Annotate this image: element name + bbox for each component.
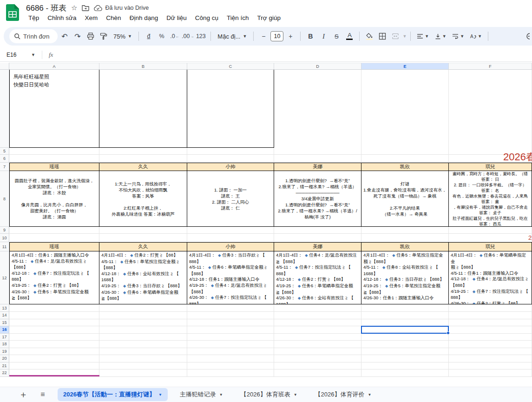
menu-edit[interactable]: Chỉnh sửa: [44, 13, 79, 22]
menu-file[interactable]: Tệp: [25, 13, 42, 22]
cell-D20[interactable]: [274, 355, 361, 362]
cell-C11[interactable]: 小帅: [187, 242, 274, 251]
menu-insert[interactable]: Chèn: [103, 13, 124, 22]
text-rotation-button[interactable]: A ▼: [467, 30, 484, 42]
cell-B18[interactable]: [99, 341, 187, 348]
cell-E21[interactable]: [361, 362, 449, 370]
cell-E13[interactable]: [361, 304, 449, 312]
cell-C18[interactable]: [187, 341, 274, 348]
cell-E6[interactable]: [361, 155, 449, 163]
redo-button[interactable]: ↷: [72, 30, 84, 42]
cell-D10[interactable]: [274, 234, 361, 242]
column-header-b[interactable]: B: [99, 63, 187, 70]
cell-E1[interactable]: [361, 70, 449, 148]
cell-C1[interactable]: [187, 70, 274, 148]
decrease-decimal-button[interactable]: .0←: [169, 30, 181, 42]
increase-decimal-button[interactable]: .00→: [182, 30, 194, 42]
cell-B6[interactable]: [99, 155, 187, 163]
cell-A12[interactable]: 4月1日-4日：任务1：跟随主播输入口令 4/5-11： ◆ 任务4：足/篮总有…: [9, 251, 99, 304]
sheet-tab-1[interactable]: 主播犯错记录 ▼: [174, 388, 229, 401]
cell-E22[interactable]: [361, 369, 449, 377]
cell-D14[interactable]: [274, 312, 361, 319]
cell-A6[interactable]: [9, 155, 99, 163]
format-currency-button[interactable]: đ: [143, 30, 155, 42]
cell-B5[interactable]: [99, 148, 187, 155]
sheet-tab-0[interactable]: 2026春节【活動一：直播猜灯谜】 ▼: [58, 388, 168, 401]
cell-A10[interactable]: [9, 234, 99, 242]
cell-D7[interactable]: 美娜: [274, 163, 361, 171]
cell-D16[interactable]: [274, 326, 361, 334]
menu-data[interactable]: Dữ liệu: [163, 13, 190, 22]
cell-C9[interactable]: [187, 227, 274, 234]
cell-D15[interactable]: [274, 319, 361, 327]
cell-B17[interactable]: [99, 334, 187, 341]
cell-E9[interactable]: [361, 227, 449, 234]
cell-F17[interactable]: [449, 334, 532, 341]
row-header-9[interactable]: 9: [0, 227, 9, 234]
text-color-button[interactable]: A: [343, 30, 355, 42]
cell-E11[interactable]: 凯欣: [361, 242, 449, 251]
cell-C12[interactable]: 4月1日-4日： ◆ 任务3：当日存款 ≧ 【 888】 4/5-11： ◆ 任…: [187, 251, 274, 304]
search-menus-button[interactable]: Trình đơn: [9, 29, 58, 43]
cell-A11[interactable]: 瑶瑶: [9, 242, 99, 251]
selection-fill-handle[interactable]: [447, 331, 450, 335]
row-header-17[interactable]: 17: [0, 334, 9, 341]
cell-A16[interactable]: [9, 326, 99, 334]
cell-F1[interactable]: [449, 70, 532, 148]
row-header-7[interactable]: 7: [0, 163, 9, 171]
cell-D5[interactable]: [274, 148, 361, 155]
row-header-5[interactable]: 5: [0, 148, 9, 155]
cell-C20[interactable]: [187, 355, 274, 362]
cell-E14[interactable]: [361, 312, 449, 319]
cell-B1[interactable]: [99, 70, 187, 148]
cell-A13[interactable]: [9, 304, 99, 312]
decrease-font-size-button[interactable]: −: [257, 30, 269, 42]
star-icon[interactable]: ☆: [71, 4, 77, 12]
cell-D11[interactable]: 美娜: [274, 242, 361, 251]
cell-C6[interactable]: [187, 155, 274, 163]
cell-A14[interactable]: [9, 312, 99, 319]
cell-B7[interactable]: 久久: [99, 163, 187, 171]
row-header-12[interactable]: 12: [0, 251, 9, 304]
cell-C8[interactable]: 1. 謎面： 一加一謎底： 王2. 謎面： 二人同心謎底： 仁: [187, 171, 274, 227]
all-sheets-button[interactable]: ≡: [36, 390, 49, 399]
cell-A7[interactable]: 瑶瑶: [9, 163, 99, 171]
cell-F22[interactable]: [449, 369, 532, 377]
column-header-e[interactable]: E: [361, 63, 449, 70]
document-title[interactable]: 6686 - 班表: [26, 3, 66, 13]
move-folder-icon[interactable]: [82, 5, 89, 11]
cell-F18[interactable]: [449, 341, 532, 348]
cell-F11[interactable]: 琪兒: [449, 242, 532, 251]
sheet-tab-3[interactable]: 【2026】体育评价 ▼: [309, 388, 377, 401]
cell-C7[interactable]: 小帅: [187, 163, 274, 171]
cell-B8[interactable]: 1:天上一只鸟，用线拴得牢，不怕大风吹，就怕细雨飘答案：风筝 2:红红果子棍上挂…: [99, 171, 187, 227]
row-header-16[interactable]: 16: [0, 326, 9, 334]
row-header-15[interactable]: 15: [0, 319, 9, 327]
cell-C10[interactable]: [187, 234, 274, 242]
zoom-select[interactable]: 75% ▼: [111, 30, 135, 42]
cell-B12[interactable]: 4月1日-4日： ◆ 任务2：打赏 ≧ 【88】 4/5-11： ◆ 任务5：单…: [99, 251, 187, 304]
sheet-tab-2[interactable]: 【2026】体育班表 ▼: [235, 388, 303, 401]
cell-F14[interactable]: [449, 312, 532, 319]
cell-F19[interactable]: [449, 348, 532, 356]
cell-B21[interactable]: [99, 362, 187, 370]
row-header-8[interactable]: 8: [0, 171, 9, 227]
merge-options-caret[interactable]: ▼: [402, 34, 407, 39]
cell-F12[interactable]: 4月1日-4日： ◆ 任务6：单笔晒单指定金 额 ≧【888】 4/5-11：任…: [449, 251, 532, 304]
menu-help[interactable]: Trợ giúp: [254, 13, 284, 22]
cell-C15[interactable]: [187, 319, 274, 327]
cell-D19[interactable]: [274, 348, 361, 356]
cell-E10[interactable]: [361, 234, 449, 242]
cell-C13[interactable]: [187, 304, 274, 312]
cell-D22[interactable]: [274, 369, 361, 377]
cell-B15[interactable]: [99, 319, 187, 327]
cell-D8[interactable]: 1.透明的劍是什麼劍? →看不“見”2.狼來了，猜一種水果? →楊桃（羊逃）──…: [274, 171, 361, 227]
text-wrap-button[interactable]: ▼: [450, 30, 466, 42]
cell-E17[interactable]: [361, 334, 449, 341]
cell-D17[interactable]: [274, 334, 361, 341]
cell-A8[interactable]: 圓圓肚子裡，裝滿金銀財，進火洗個澡，全家笑開懷。（打一食物）謎底： 水餃 像月亮…: [9, 171, 99, 227]
strikethrough-button[interactable]: S: [330, 30, 342, 42]
fill-color-button[interactable]: [363, 30, 375, 42]
row-header-21[interactable]: 21: [0, 362, 9, 370]
cell-F9[interactable]: [449, 227, 532, 234]
